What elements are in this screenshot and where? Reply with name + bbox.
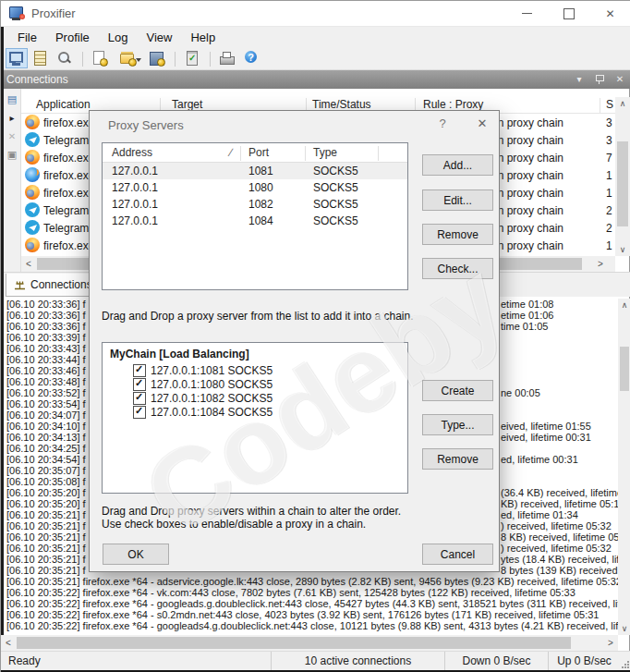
chain-proxy-item[interactable]: 127.0.0.1:1082 SOCKS5 xyxy=(133,391,400,405)
traffic-dns-icon[interactable] xyxy=(54,48,76,68)
log-line-left: [06.10 20:34:25] f xyxy=(6,443,86,454)
proxy-server-row[interactable]: 127.0.0.1 1082 SOCKS5 xyxy=(103,196,407,213)
chain-proxy-label: 127.0.0.1:1084 SOCKS5 xyxy=(151,406,273,419)
column-type[interactable]: Type xyxy=(313,146,337,159)
column-port[interactable]: Port xyxy=(248,146,269,159)
dialog-close-icon[interactable]: ✕ xyxy=(472,116,492,133)
log-line-right: ed, lifetime 00:31 xyxy=(501,454,578,465)
scroll-down-icon[interactable]: ∨ xyxy=(618,622,630,635)
proxy-server-row[interactable]: 127.0.0.1 1081 SOCKS5 xyxy=(103,163,407,179)
scroll-down-icon[interactable]: ∨ xyxy=(615,243,630,256)
dialog-help-icon[interactable]: ? xyxy=(433,116,452,133)
menu-item[interactable]: View xyxy=(138,29,182,46)
panel-pin-icon[interactable] xyxy=(594,74,605,85)
menu-item[interactable]: Profile xyxy=(46,29,99,46)
save-profile-icon[interactable] xyxy=(146,48,168,68)
sent-bytes-value: 3 xyxy=(606,116,615,129)
tab-label: Connections xyxy=(30,278,92,291)
connections-panel-icon[interactable] xyxy=(6,48,28,68)
log-line-left: [06.10 20:35:21] f xyxy=(6,554,86,565)
log-line-left: [06.10 20:33:36] f xyxy=(6,321,86,332)
column-target[interactable]: Target xyxy=(172,98,202,111)
proxy-address: 127.0.0.1 xyxy=(112,181,158,194)
menu-item[interactable]: Log xyxy=(99,29,138,46)
scrollbar-thumb[interactable] xyxy=(617,141,628,226)
check-button[interactable]: Check... xyxy=(422,258,493,279)
panel-menu-chevron-icon[interactable]: ▾ xyxy=(574,74,585,85)
window-badge-icon[interactable] xyxy=(4,146,20,163)
column-time-status[interactable]: Time/Status xyxy=(312,98,371,111)
app-icon xyxy=(25,132,40,147)
log-horizontal-scrollbar[interactable]: < > xyxy=(1,635,618,651)
print-icon[interactable] xyxy=(216,48,238,68)
view-details-icon[interactable] xyxy=(4,91,20,107)
log-panel-icon[interactable] xyxy=(30,48,52,68)
proxy-server-row[interactable]: 127.0.0.1 1084 SOCKS5 xyxy=(103,213,407,229)
scroll-up-icon[interactable]: ∧ xyxy=(615,97,630,110)
column-application[interactable]: Application xyxy=(36,98,91,111)
scroll-right-icon[interactable]: > xyxy=(603,635,618,651)
log-vertical-scrollbar[interactable]: ∧ ∨ xyxy=(618,299,630,635)
connections-vertical-scrollbar[interactable]: ∧ ∨ xyxy=(615,97,630,256)
chain-proxy-checkbox[interactable] xyxy=(133,378,146,391)
remove-chain-button[interactable]: Remove xyxy=(422,448,493,470)
cancel-button[interactable]: Cancel xyxy=(422,544,493,565)
column-sent[interactable]: S xyxy=(606,98,613,111)
chain-proxy-label: 127.0.0.1:1080 SOCKS5 xyxy=(151,378,273,391)
scroll-left-icon[interactable]: < xyxy=(1,635,16,651)
edit-button[interactable]: Edit... xyxy=(422,189,493,211)
chain-hint-order: Drag and Drop proxy servers within a cha… xyxy=(102,505,401,518)
close-connection-icon[interactable] xyxy=(4,128,20,144)
chain-proxy-checkbox[interactable] xyxy=(133,392,146,405)
connections-tab-icon xyxy=(14,280,26,290)
maximize-button[interactable] xyxy=(548,1,589,27)
log-line-left: [06.10 20:35:22] firefox.exe *64 - vk.co… xyxy=(6,587,575,598)
proxy-address: 127.0.0.1 xyxy=(112,214,158,227)
chain-proxy-checkbox[interactable] xyxy=(133,406,146,419)
log-line: [06.10 20:35:22] firefox.exe *64 - googl… xyxy=(4,598,618,609)
dialog-title: Proxy Servers xyxy=(90,118,184,132)
scrollbar-thumb[interactable] xyxy=(620,347,629,391)
column-rule-proxy[interactable]: Rule : Proxy xyxy=(423,98,483,111)
help-icon[interactable] xyxy=(240,48,262,68)
scroll-right-icon[interactable]: > xyxy=(593,256,608,272)
rule-proxy-value: in proxy chain xyxy=(495,134,563,147)
create-chain-button[interactable]: Create xyxy=(422,380,493,401)
scroll-up-icon[interactable]: ∧ xyxy=(618,299,630,312)
proxy-type: SOCKS5 xyxy=(313,181,358,194)
log-line-right: eived, lifetime 00:31 xyxy=(501,432,591,443)
scroll-left-icon[interactable]: < xyxy=(21,256,36,272)
remove-proxy-button[interactable]: Remove xyxy=(422,224,493,245)
application-name: firefox.exe xyxy=(43,239,94,252)
log-line-left: [06.10 20:35:07] f xyxy=(6,465,86,476)
ok-button[interactable]: OK xyxy=(103,544,169,565)
close-button[interactable] xyxy=(589,1,630,27)
proxy-server-row[interactable]: 127.0.0.1 1080 SOCKS5 xyxy=(103,179,407,196)
rule-proxy-value: in proxy chain xyxy=(495,239,563,252)
rule-proxy-value: in proxy chain xyxy=(495,152,563,165)
expand-arrow-icon[interactable] xyxy=(4,109,20,126)
minimize-button[interactable] xyxy=(506,1,548,27)
sent-bytes-value: 1 xyxy=(606,239,615,252)
add-button[interactable]: Add... xyxy=(422,154,493,176)
resize-grip[interactable] xyxy=(620,652,630,670)
proxy-table-header: Address Port Type xyxy=(103,143,407,163)
scrollbar-thumb[interactable] xyxy=(17,637,571,649)
menu-item[interactable]: Help xyxy=(181,29,224,46)
status-active-connections: 10 active connections xyxy=(271,652,444,670)
side-mini-toolbar xyxy=(4,89,21,297)
chain-proxy-item[interactable]: 127.0.0.1:1081 SOCKS5 xyxy=(133,363,400,377)
menu-item[interactable]: File xyxy=(8,29,46,46)
chain-proxy-item[interactable]: 127.0.0.1:1084 SOCKS5 xyxy=(133,405,400,419)
proxy-settings-icon[interactable] xyxy=(181,48,203,68)
chain-type-button[interactable]: Type... xyxy=(422,414,493,435)
panel-close-icon[interactable]: ✕ xyxy=(614,74,625,85)
chain-proxy-item[interactable]: 127.0.0.1:1080 SOCKS5 xyxy=(133,377,400,391)
new-profile-icon[interactable] xyxy=(89,48,111,68)
application-name: firefox.exe xyxy=(43,116,94,129)
window-title: Proxifier xyxy=(31,6,76,20)
open-profile-icon[interactable] xyxy=(113,48,144,68)
chain-proxy-checkbox[interactable] xyxy=(133,364,146,377)
proxy-port: 1082 xyxy=(248,198,273,211)
column-address[interactable]: Address xyxy=(112,146,152,159)
